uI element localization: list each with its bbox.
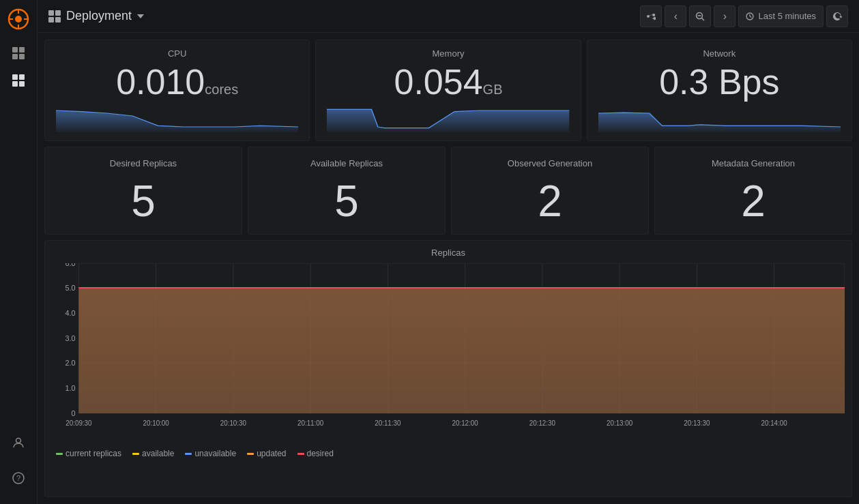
legend-unavailable: unavailable bbox=[185, 449, 236, 458]
svg-rect-17 bbox=[48, 10, 54, 16]
topbar-title-area: Deployment bbox=[48, 9, 144, 23]
main-area: Deployment ‹ › bbox=[38, 0, 859, 504]
svg-rect-7 bbox=[19, 47, 25, 53]
available-replicas-card: Available Replicas 5 bbox=[248, 147, 446, 235]
svg-rect-6 bbox=[12, 47, 18, 53]
svg-text:3.0: 3.0 bbox=[65, 334, 75, 342]
nav-back-button[interactable]: ‹ bbox=[665, 5, 686, 27]
memory-value: 0.054GB bbox=[327, 64, 569, 100]
signin-icon[interactable] bbox=[9, 433, 28, 452]
svg-text:6.0: 6.0 bbox=[65, 263, 75, 267]
cpu-title: CPU bbox=[56, 48, 298, 59]
svg-rect-13 bbox=[19, 81, 25, 87]
refresh-button[interactable] bbox=[826, 5, 848, 27]
svg-rect-9 bbox=[19, 54, 25, 59]
replicas-chart-area: 6.0 5.0 4.0 3.0 2.0 1.0 0 bbox=[45, 263, 851, 443]
cpu-card: CPU 0.010cores bbox=[44, 40, 310, 141]
legend-desired: desired bbox=[297, 449, 334, 458]
metadata-generation-card: Metadata Generation 2 bbox=[654, 147, 852, 235]
grid-icon bbox=[48, 10, 61, 23]
share-button[interactable] bbox=[640, 5, 662, 27]
observed-generation-title: Observed Generation bbox=[508, 158, 592, 168]
svg-text:5.0: 5.0 bbox=[65, 284, 75, 292]
legend-label-desired: desired bbox=[307, 449, 334, 458]
nav-forward-button[interactable]: › bbox=[714, 5, 736, 27]
svg-text:20:09:30: 20:09:30 bbox=[65, 419, 92, 427]
svg-text:0: 0 bbox=[71, 409, 75, 417]
network-sparkline bbox=[598, 105, 841, 132]
legend-dot-updated bbox=[247, 453, 254, 455]
topbar: Deployment ‹ › bbox=[38, 0, 859, 33]
legend-updated: updated bbox=[247, 449, 286, 458]
chart-legend: current replicas available unavailable u… bbox=[45, 443, 851, 464]
memory-sparkline bbox=[327, 105, 569, 132]
svg-rect-11 bbox=[19, 74, 25, 80]
zoom-button[interactable] bbox=[689, 5, 711, 27]
legend-dot-unavailable bbox=[185, 453, 192, 455]
clock-icon bbox=[746, 12, 754, 20]
svg-rect-8 bbox=[12, 54, 18, 59]
legend-label-unavailable: unavailable bbox=[194, 449, 236, 458]
replicas-svg: 6.0 5.0 4.0 3.0 2.0 1.0 0 bbox=[52, 263, 845, 441]
desired-replicas-value: 5 bbox=[131, 179, 156, 223]
svg-point-14 bbox=[16, 439, 21, 443]
svg-text:20:11:30: 20:11:30 bbox=[375, 419, 401, 427]
content-area: CPU 0.010cores bbox=[38, 33, 859, 504]
network-value: 0.3 Bps bbox=[598, 64, 841, 100]
time-range-button[interactable]: Last 5 minutes bbox=[738, 5, 824, 27]
legend-label-current: current replicas bbox=[65, 449, 121, 458]
svg-text:1.0: 1.0 bbox=[65, 384, 75, 392]
page-title: Deployment bbox=[66, 9, 132, 23]
available-replicas-value: 5 bbox=[334, 179, 359, 223]
svg-text:20:11:00: 20:11:00 bbox=[297, 419, 324, 427]
svg-text:20:14:00: 20:14:00 bbox=[761, 419, 787, 427]
svg-text:20:10:30: 20:10:30 bbox=[220, 419, 247, 427]
svg-marker-21 bbox=[137, 14, 144, 18]
desired-replicas-title: Desired Replicas bbox=[110, 158, 177, 168]
replicas-chart-card: Replicas bbox=[44, 240, 852, 497]
metadata-generation-value: 2 bbox=[741, 179, 766, 223]
observed-generation-card: Observed Generation 2 bbox=[451, 147, 649, 235]
svg-text:2.0: 2.0 bbox=[65, 359, 75, 367]
legend-dot-desired bbox=[297, 453, 304, 455]
svg-text:20:12:00: 20:12:00 bbox=[452, 419, 478, 427]
svg-point-1 bbox=[15, 16, 22, 23]
sidebar-item-grid[interactable] bbox=[9, 44, 28, 63]
network-title: Network bbox=[598, 48, 841, 59]
observed-generation-value: 2 bbox=[538, 179, 562, 223]
network-card: Network 0.3 Bps bbox=[587, 40, 852, 141]
svg-line-23 bbox=[702, 18, 705, 20]
memory-title: Memory bbox=[327, 48, 569, 59]
legend-dot-available bbox=[132, 453, 139, 455]
legend-label-updated: updated bbox=[257, 449, 286, 458]
chevron-down-icon bbox=[137, 13, 144, 20]
cpu-sparkline bbox=[56, 105, 298, 132]
help-icon[interactable]: ? bbox=[9, 469, 28, 488]
metrics-row: CPU 0.010cores bbox=[44, 40, 852, 141]
svg-rect-10 bbox=[12, 74, 18, 80]
replicas-chart-title: Replicas bbox=[45, 248, 851, 258]
logo[interactable] bbox=[8, 8, 29, 33]
legend-current-replicas: current replicas bbox=[56, 449, 121, 458]
svg-rect-12 bbox=[12, 81, 18, 87]
cpu-value: 0.010cores bbox=[56, 64, 298, 100]
sidebar: ? bbox=[0, 0, 38, 504]
svg-text:20:13:30: 20:13:30 bbox=[684, 419, 710, 427]
legend-dot-current bbox=[56, 453, 63, 455]
svg-rect-20 bbox=[55, 17, 61, 23]
svg-text:?: ? bbox=[16, 474, 20, 482]
svg-text:20:13:00: 20:13:00 bbox=[607, 419, 633, 427]
svg-rect-19 bbox=[48, 17, 54, 23]
svg-rect-18 bbox=[55, 10, 61, 16]
available-replicas-title: Available Replicas bbox=[310, 158, 383, 168]
desired-replicas-card: Desired Replicas 5 bbox=[44, 147, 242, 235]
time-range-label: Last 5 minutes bbox=[758, 11, 816, 21]
svg-line-27 bbox=[750, 16, 752, 18]
legend-label-available: available bbox=[142, 449, 174, 458]
memory-card: Memory 0.054GB bbox=[315, 40, 581, 141]
metadata-generation-title: Metadata Generation bbox=[712, 158, 795, 168]
svg-rect-53 bbox=[78, 288, 845, 413]
stats-row: Desired Replicas 5 Available Replicas 5 … bbox=[44, 147, 852, 235]
svg-text:20:10:00: 20:10:00 bbox=[143, 419, 170, 427]
sidebar-item-dashboard[interactable] bbox=[9, 71, 28, 90]
